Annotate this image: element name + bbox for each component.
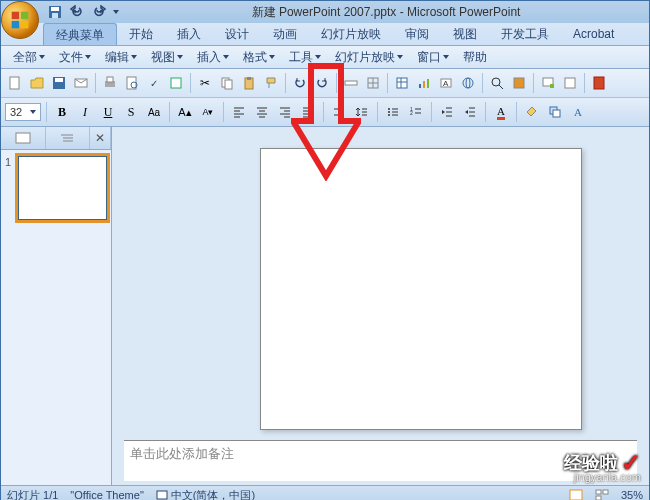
tab-design[interactable]: 设计 [213,23,261,45]
new-icon[interactable] [5,73,25,93]
paste-icon[interactable] [239,73,259,93]
preview-icon[interactable] [122,73,142,93]
research-icon[interactable] [166,73,186,93]
menu-tools[interactable]: 工具 [283,47,327,67]
zoom-icon[interactable] [487,73,507,93]
pdf-icon[interactable] [589,73,609,93]
align-left-icon[interactable] [229,102,249,122]
menu-help[interactable]: 帮助 [457,47,493,67]
view-sorter-icon[interactable] [595,489,609,500]
tab-acrobat[interactable]: Acrobat [561,23,626,45]
print-icon[interactable] [100,73,120,93]
format-painter-icon[interactable] [261,73,281,93]
svg-rect-19 [247,77,251,80]
save-icon[interactable] [49,73,69,93]
tab-classic-menu[interactable]: 经典菜单 [43,23,117,45]
layout-icon[interactable] [560,73,580,93]
slides-tab[interactable] [1,127,46,149]
save-icon[interactable] [47,4,63,20]
justify-icon[interactable] [298,102,318,122]
menu-insert[interactable]: 插入 [191,47,235,67]
copy-icon[interactable] [217,73,237,93]
font-color-icon[interactable]: A [491,102,511,122]
status-bar: 幻灯片 1/1 "Office Theme" 中文(简体，中国) 35% [1,485,649,500]
svg-rect-7 [10,77,19,89]
slide-number: 1 [5,156,15,168]
distributed-icon[interactable] [329,102,349,122]
status-language[interactable]: 中文(简体，中国) [156,488,255,501]
cut-icon[interactable]: ✂ [195,73,215,93]
svg-text:2: 2 [410,110,413,116]
slide-canvas[interactable] [260,148,582,430]
quick-styles-icon[interactable]: A [568,102,588,122]
menu-view[interactable]: 视图 [145,47,189,67]
tab-view[interactable]: 视图 [441,23,489,45]
slide-preview [18,156,107,220]
decrease-indent-icon[interactable] [437,102,457,122]
ribbon-tabs: 经典菜单 开始 插入 设计 动画 幻灯片放映 审阅 视图 开发工具 Acroba… [1,23,649,46]
open-icon[interactable] [27,73,47,93]
editor-area: 单击此处添加备注 [111,127,649,485]
office-button[interactable] [1,1,39,39]
textbox-icon[interactable]: A [436,73,456,93]
status-zoom[interactable]: 35% [621,489,643,500]
align-center-icon[interactable] [252,102,272,122]
bold-icon[interactable]: B [52,102,72,122]
shape-fill-icon[interactable] [522,102,542,122]
thumbnails-list[interactable]: 1 [1,150,111,485]
tab-home[interactable]: 开始 [117,23,165,45]
menu-window[interactable]: 窗口 [411,47,455,67]
table-icon[interactable] [392,73,412,93]
arrange-icon[interactable] [545,102,565,122]
notes-pane[interactable]: 单击此处添加备注 [124,440,637,481]
mail-icon[interactable] [71,73,91,93]
underline-icon[interactable]: U [98,102,118,122]
menu-slideshow[interactable]: 幻灯片放映 [329,47,409,67]
slide-thumbnail[interactable]: 1 [5,156,107,220]
new-slide-icon[interactable] [538,73,558,93]
svg-rect-27 [419,84,421,88]
svg-rect-36 [514,78,524,88]
chart-icon[interactable] [414,73,434,93]
italic-icon[interactable]: I [75,102,95,122]
svg-rect-5 [51,7,59,11]
tab-slideshow[interactable]: 幻灯片放映 [309,23,393,45]
numbering-icon[interactable]: 12 [406,102,426,122]
ruler-icon[interactable] [341,73,361,93]
qat-dropdown-icon[interactable] [113,10,119,14]
font-size-input[interactable]: 32 [5,103,41,121]
slide-canvas-area[interactable] [112,127,649,440]
undo-icon[interactable] [290,73,310,93]
svg-rect-87 [603,490,608,494]
align-right-icon[interactable] [275,102,295,122]
tab-developer[interactable]: 开发工具 [489,23,561,45]
line-spacing-icon[interactable] [352,102,372,122]
menu-file[interactable]: 文件 [53,47,97,67]
change-case-icon[interactable]: Aa [144,102,164,122]
tab-animation[interactable]: 动画 [261,23,309,45]
menu-all[interactable]: 全部 [7,47,51,67]
toolbar-standard: ✓ ✂ A [1,69,649,98]
grid-icon[interactable] [363,73,383,93]
svg-rect-28 [423,81,425,88]
shrink-font-icon[interactable]: A▾ [198,102,218,122]
menu-edit[interactable]: 编辑 [99,47,143,67]
shadow-icon[interactable]: S [121,102,141,122]
tab-review[interactable]: 审阅 [393,23,441,45]
increase-indent-icon[interactable] [460,102,480,122]
close-panel-button[interactable]: ✕ [90,127,111,149]
view-normal-icon[interactable] [569,489,583,500]
tab-insert[interactable]: 插入 [165,23,213,45]
app-window: 新建 PowerPoint 2007.pptx - Microsoft Powe… [0,0,650,500]
spellcheck-icon[interactable]: ✓ [144,73,164,93]
color-scheme-icon[interactable] [509,73,529,93]
menu-format[interactable]: 格式 [237,47,281,67]
hyperlink-icon[interactable] [458,73,478,93]
grow-font-icon[interactable]: A▴ [175,102,195,122]
bullets-icon[interactable] [383,102,403,122]
redo-icon[interactable] [312,73,332,93]
redo-icon[interactable] [91,4,107,20]
quick-access-toolbar [43,2,123,22]
outline-tab[interactable] [46,127,91,149]
undo-icon[interactable] [69,4,85,20]
